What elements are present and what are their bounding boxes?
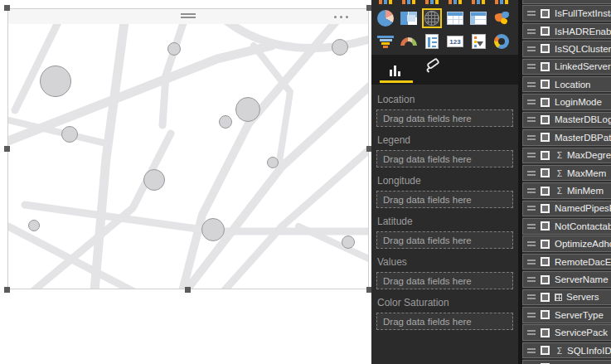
map-bubble[interactable] (61, 126, 78, 143)
ellipsis-menu-icon[interactable] (334, 16, 348, 18)
drag-handle-icon[interactable] (527, 82, 536, 87)
drag-handle-icon[interactable] (527, 277, 536, 282)
field-row[interactable]: ServerType (522, 307, 611, 323)
map-bubble[interactable] (332, 39, 348, 56)
pie-chart-icon[interactable] (376, 8, 395, 28)
drag-handle-icon[interactable] (527, 330, 536, 335)
field-checkbox[interactable] (541, 44, 550, 53)
field-row[interactable]: ΣSQLInfoID (522, 342, 611, 359)
drag-handle-icon[interactable] (527, 11, 536, 16)
field-row[interactable]: IsSQLClustered (522, 41, 611, 57)
gauge-icon[interactable] (399, 32, 419, 51)
drag-handle-icon[interactable] (527, 224, 536, 229)
map-bubble[interactable] (143, 169, 165, 191)
field-row[interactable]: IsFullTextInstalled (522, 5, 611, 22)
well-dropzone[interactable]: Drag data fields here (376, 150, 513, 167)
field-row[interactable]: LinkedServers (522, 59, 611, 75)
drag-handle-icon[interactable] (527, 313, 536, 318)
field-checkbox[interactable] (541, 310, 550, 319)
field-checkbox[interactable] (541, 187, 550, 196)
table-icon[interactable] (445, 8, 465, 28)
map-bubble[interactable] (267, 157, 279, 168)
field-row[interactable]: ΣMinMem (522, 182, 611, 199)
field-row[interactable]: ServerName (522, 271, 611, 288)
field-row[interactable]: NamedPipesEnabled (522, 201, 611, 217)
field-row[interactable]: ΣMaxDegreeOfParallelism (522, 148, 611, 164)
visual-type-icon-partial[interactable] (468, 0, 488, 5)
field-row[interactable]: RemoteDacEnabled (522, 254, 611, 270)
field-checkbox[interactable] (541, 27, 550, 36)
drag-handle-icon[interactable] (527, 260, 536, 265)
field-row-partial[interactable] (522, 0, 611, 4)
map-bubble[interactable] (28, 220, 40, 231)
field-checkbox[interactable] (541, 293, 550, 302)
filled-map-icon[interactable] (492, 8, 512, 28)
map-bubble[interactable] (201, 218, 225, 241)
map-bubble[interactable] (235, 97, 260, 122)
card-icon[interactable]: 123 (445, 32, 465, 51)
visual-type-icon-partial[interactable] (376, 0, 395, 5)
format-tab[interactable] (421, 60, 444, 80)
visual-type-icon-partial[interactable] (492, 0, 512, 5)
drag-handle-icon[interactable] (527, 64, 536, 69)
drag-handle-icon[interactable] (527, 348, 536, 353)
drag-grip-icon[interactable] (181, 13, 196, 19)
treemap-icon[interactable] (399, 8, 419, 28)
map-bubble[interactable] (40, 66, 71, 97)
report-canvas[interactable] (0, 0, 371, 364)
resize-handle-bottom-left[interactable] (4, 287, 10, 293)
field-row[interactable]: OptimizeAdhocWorkloads (522, 235, 611, 252)
drag-handle-icon[interactable] (527, 188, 536, 193)
field-row[interactable]: ServicePack (522, 324, 611, 341)
field-checkbox[interactable] (541, 151, 550, 160)
resize-handle-top-left[interactable] (4, 5, 10, 11)
field-row[interactable]: LoginMode (522, 94, 611, 110)
well-dropzone[interactable]: Drag data fields here (376, 231, 513, 249)
map-visual[interactable] (7, 8, 369, 289)
well-dropzone[interactable]: Drag data fields here (376, 272, 513, 289)
visual-type-icon-partial[interactable] (445, 0, 465, 5)
map-bubble[interactable] (167, 42, 181, 56)
drag-handle-icon[interactable] (527, 206, 536, 211)
field-checkbox[interactable] (541, 62, 550, 71)
field-checkbox[interactable] (541, 328, 550, 337)
visual-type-icon-partial[interactable] (399, 0, 419, 5)
field-checkbox[interactable] (541, 257, 550, 266)
field-row[interactable]: IsHADREnabled (522, 23, 611, 40)
resize-handle-middle-left[interactable] (4, 146, 10, 152)
field-checkbox[interactable] (541, 9, 550, 18)
map-icon[interactable] (422, 8, 442, 28)
drag-handle-icon[interactable] (527, 153, 536, 158)
field-checkbox[interactable] (541, 275, 550, 284)
drag-handle-icon[interactable] (527, 29, 536, 34)
drag-handle-icon[interactable] (527, 99, 536, 104)
field-checkbox[interactable] (541, 240, 550, 249)
donut-chart-icon[interactable] (492, 32, 512, 51)
field-checkbox[interactable] (541, 204, 550, 213)
visual-type-icon-partial[interactable] (422, 0, 442, 5)
field-row[interactable]: NotContactable (522, 218, 611, 235)
field-checkbox[interactable] (541, 80, 550, 89)
field-row[interactable]: Servers (522, 289, 611, 306)
drag-handle-icon[interactable] (527, 241, 536, 246)
drag-handle-icon[interactable] (527, 294, 536, 299)
resize-handle-bottom-center[interactable] (185, 287, 191, 293)
field-checkbox[interactable] (541, 115, 550, 124)
field-checkbox[interactable] (541, 168, 550, 177)
drag-handle-icon[interactable] (527, 135, 536, 140)
multi-row-card-icon[interactable] (422, 32, 442, 51)
well-dropzone[interactable]: Drag data fields here (376, 109, 513, 127)
matrix-icon[interactable] (468, 8, 488, 28)
well-dropzone[interactable]: Drag data fields here (376, 191, 513, 208)
field-checkbox[interactable] (541, 221, 550, 231)
field-row[interactable]: ΣMaxMem (522, 165, 611, 182)
field-checkbox[interactable] (541, 133, 550, 142)
map-bubble[interactable] (342, 235, 355, 249)
drag-handle-icon[interactable] (527, 46, 536, 51)
field-row[interactable]: SQLService (522, 360, 611, 364)
field-row[interactable]: MasterDBLogPath (522, 112, 611, 129)
slicer-icon[interactable] (468, 32, 488, 51)
drag-handle-icon[interactable] (527, 171, 536, 176)
well-dropzone[interactable]: Drag data fields here (376, 313, 513, 330)
funnel-icon[interactable] (376, 32, 395, 51)
